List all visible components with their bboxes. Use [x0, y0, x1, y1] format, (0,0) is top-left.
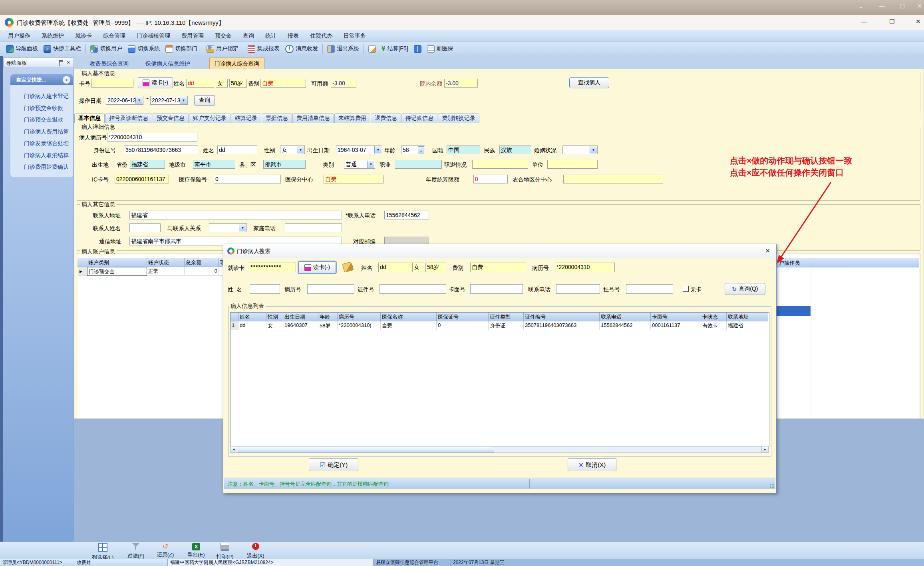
chevron-down-icon[interactable]: ▼	[367, 161, 374, 168]
col-header[interactable]: 姓名	[238, 313, 266, 321]
card-no-field[interactable]	[91, 79, 133, 88]
nav-shortcut-item[interactable]: 门诊病人取消结算	[24, 152, 69, 159]
menu-item[interactable]: 日常事务	[338, 30, 372, 41]
toolbar-columns-button[interactable]	[411, 43, 424, 55]
nav-shortcut-item[interactable]: 门诊发票综合处理	[24, 140, 69, 147]
chevron-down-icon[interactable]: ▼	[297, 146, 304, 153]
ic-card-field[interactable]: 0220006001161137	[115, 175, 169, 183]
toolbar-settle-button[interactable]: ¥结算[F5]	[379, 43, 411, 55]
chevron-down-icon[interactable]: ▼	[239, 224, 246, 231]
collapse-circle[interactable]: «	[62, 76, 71, 84]
col-header[interactable]: 医保证号	[437, 313, 489, 321]
search-card-face-field[interactable]	[470, 284, 523, 294]
account-header[interactable]: 账户状态	[147, 258, 185, 267]
resize-grip[interactable]	[770, 484, 775, 488]
print-button[interactable]: 打印(P)	[209, 543, 240, 560]
menu-item[interactable]: 就诊卡	[70, 30, 97, 41]
contact-name-field[interactable]	[129, 223, 161, 232]
subtab[interactable]: 结算记录	[231, 114, 261, 123]
scroll-right-arrow[interactable]: ►	[761, 446, 768, 452]
subtab[interactable]: 待记账信息	[401, 114, 437, 123]
scroll-thumb[interactable]	[238, 447, 494, 453]
menu-item[interactable]: 用户操作	[2, 30, 36, 41]
toolbar-switch-dept-button[interactable]: 切换部门	[163, 43, 200, 55]
rural-center-field[interactable]	[563, 175, 663, 183]
col-header[interactable]: 证件编号	[524, 313, 600, 321]
subtab[interactable]: 未结算费用	[334, 114, 370, 123]
nav-panel-close-icon[interactable]: ×	[67, 59, 70, 66]
col-header[interactable]: 年龄	[318, 313, 338, 321]
pin-icon[interactable]	[59, 60, 63, 66]
exit-button[interactable]: 退出(X)	[240, 543, 271, 560]
menu-item[interactable]: 综合管理	[97, 30, 131, 41]
col-header[interactable]: 病历号	[338, 313, 381, 321]
menu-item[interactable]: 费用管理	[176, 30, 209, 41]
home-phone-field[interactable]	[285, 223, 342, 232]
nav-shortcut-item[interactable]: 门诊病人建卡登记	[24, 93, 69, 100]
search-mrn-field[interactable]	[307, 284, 354, 294]
menu-item[interactable]: 系统维护	[36, 30, 70, 41]
insurance-no-field[interactable]: 0	[214, 175, 281, 183]
relation-combo[interactable]: ▼	[209, 223, 247, 232]
nav-shortcut-item[interactable]: 门诊费用退费确认	[24, 163, 69, 171]
tab-cashier-query[interactable]: 收费员综合查询	[85, 58, 133, 69]
ethnic-field[interactable]: 汉族	[499, 145, 531, 154]
col-header[interactable]: 证件类型	[489, 313, 524, 321]
toolbar-user-lock-button[interactable]: 用户锁定	[204, 43, 241, 55]
province-field[interactable]: 福建省	[130, 160, 165, 169]
col-header[interactable]: 性别	[266, 313, 283, 321]
nav-shortcut-item[interactable]: 门诊预交金退款	[24, 116, 63, 124]
birth-combo[interactable]: 1964-03-07▼	[336, 145, 382, 154]
date-to-combo[interactable]: 2022-07-13▼	[150, 96, 188, 105]
toolbar-edit-button[interactable]	[366, 43, 379, 55]
scroll-left-arrow[interactable]: ◄	[231, 446, 237, 452]
mrn-field[interactable]: *2200004310	[107, 133, 197, 142]
chevron-down-icon[interactable]: ▼	[180, 97, 187, 104]
query-button[interactable]: 查询	[194, 95, 215, 106]
toolbar-new-medicare-button[interactable]: 新医保	[424, 43, 456, 55]
ok-button[interactable]: ☑确定(Y)	[309, 458, 358, 471]
unit-field[interactable]	[547, 160, 598, 169]
gender-combo[interactable]: 女▼	[280, 145, 305, 154]
menu-item[interactable]: 查询	[237, 30, 260, 41]
remote-chevron-icon[interactable]: ⌄	[858, 2, 863, 10]
subtab[interactable]: 费用清单信息	[292, 114, 334, 123]
menu-item[interactable]: 门诊稽核管理	[131, 30, 176, 41]
export-button[interactable]: X 导出(E)	[181, 543, 212, 558]
contact-phone-field[interactable]: 15562844562	[384, 211, 429, 219]
search-name-field[interactable]	[250, 284, 280, 294]
tab-outpatient-query[interactable]: 门诊病人综合查询	[209, 58, 264, 69]
menu-item[interactable]: 住院代办	[304, 30, 338, 41]
account-header[interactable]: 总余额	[185, 258, 219, 267]
search-cert-field[interactable]	[380, 284, 446, 294]
account-header[interactable]: 账户类别	[87, 258, 147, 267]
detail-name-field[interactable]: dd	[217, 145, 257, 154]
col-header[interactable]: 卡面号	[651, 313, 701, 321]
col-header[interactable]: 联系地址	[727, 313, 768, 321]
search-reg-field[interactable]	[626, 284, 673, 294]
name-field[interactable]: dd	[186, 79, 214, 88]
window-minimize-button[interactable]: —	[861, 18, 867, 25]
toolbar-nav-panel-button[interactable]: 导航面板	[3, 43, 41, 55]
chevron-down-icon[interactable]: ▼	[374, 146, 382, 153]
chevron-down-icon[interactable]: ▼	[135, 97, 143, 104]
remote-minimize-button[interactable]: —	[879, 2, 885, 9]
col-header[interactable]: 联系电话	[600, 313, 651, 321]
nav-group-header[interactable]: 自定义快捷... «	[10, 74, 73, 85]
city-field[interactable]: 南平市	[193, 160, 235, 169]
county-field[interactable]: 邵武市	[263, 160, 306, 169]
chevron-down-icon[interactable]: ▼	[590, 146, 597, 153]
h-scrollbar[interactable]: ◄ ►	[230, 446, 769, 453]
dialog-query-button[interactable]: ↻查询(Q)	[725, 283, 765, 295]
toolbar-switch-user-button[interactable]: 切换用户	[87, 43, 125, 55]
id-card-field[interactable]: 350781196403073663	[124, 145, 198, 154]
nav-shortcut-item[interactable]: 门诊预交金收款	[24, 105, 63, 112]
col-header[interactable]: 出生日期	[283, 313, 318, 321]
contact-addr-field[interactable]: 福建省	[129, 211, 342, 219]
annual-quota-field[interactable]: 0	[473, 175, 508, 183]
subtab[interactable]: 退费信息	[371, 114, 401, 123]
subtab[interactable]: 费别转换记录	[438, 114, 479, 123]
subtab[interactable]: 账户支付记录	[189, 114, 231, 123]
job-field[interactable]	[395, 160, 442, 169]
tab-health-patient[interactable]: 保健病人信息维护	[141, 58, 195, 69]
